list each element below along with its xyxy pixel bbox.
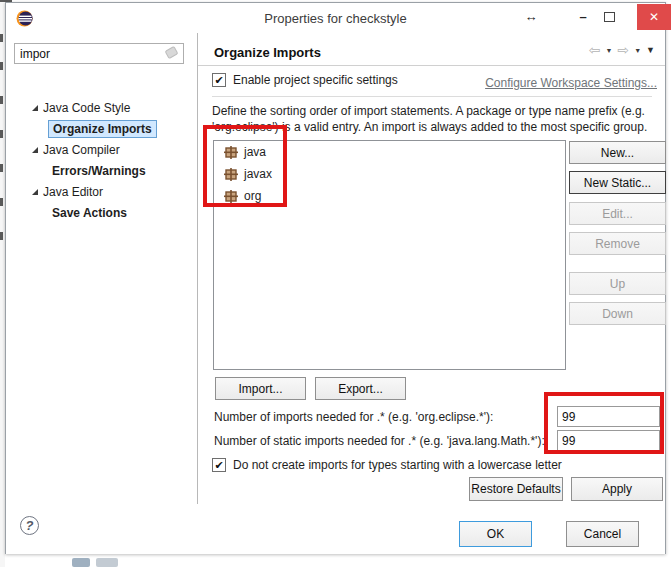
- expand-arrow-icon[interactable]: [30, 103, 40, 113]
- remove-button[interactable]: Remove: [569, 232, 666, 255]
- tree-item-label[interactable]: Errors/Warnings: [52, 164, 146, 178]
- sidebar-item-errors-warnings[interactable]: Errors/Warnings: [52, 160, 146, 181]
- export-button[interactable]: Export...: [315, 377, 406, 400]
- enable-project-settings-row: ✔ Enable project specific settings: [212, 73, 398, 87]
- maximize-icon[interactable]: [604, 12, 615, 22]
- help-icon[interactable]: ?: [20, 516, 39, 535]
- cancel-button[interactable]: Cancel: [566, 521, 639, 547]
- configure-workspace-settings-link[interactable]: Configure Workspace Settings...: [485, 76, 657, 90]
- filter-input[interactable]: [14, 43, 184, 64]
- edit-button[interactable]: Edit...: [569, 202, 666, 225]
- sidebar-item-java-editor[interactable]: Java Editor: [30, 181, 103, 202]
- forward-dropdown-icon[interactable]: ▼: [634, 47, 641, 54]
- restore-defaults-button[interactable]: Restore Defaults: [469, 477, 563, 501]
- new-button[interactable]: New...: [569, 141, 666, 164]
- description-text: Define the sorting order of import state…: [212, 103, 664, 135]
- lowercase-types-label: Do not create imports for types starting…: [233, 458, 562, 472]
- window-title: Properties for checkstyle: [6, 11, 665, 26]
- close-icon[interactable]: ✕: [637, 4, 671, 30]
- back-arrow-icon[interactable]: ⇦: [589, 43, 601, 57]
- tree-item-label[interactable]: Java Compiler: [43, 143, 120, 157]
- list-item[interactable]: java: [214, 141, 565, 163]
- import-group-label[interactable]: java: [244, 145, 266, 159]
- ok-button[interactable]: OK: [459, 521, 532, 547]
- minimize-icon[interactable]: –: [573, 9, 593, 24]
- import-group-label[interactable]: org: [244, 189, 261, 203]
- package-icon: [224, 190, 238, 203]
- lowercase-types-checkbox[interactable]: ✔: [212, 458, 226, 472]
- background-window-fragment: [96, 558, 118, 567]
- back-dropdown-icon[interactable]: ▼: [605, 47, 612, 54]
- list-item[interactable]: javax: [214, 163, 565, 185]
- package-icon: [224, 146, 238, 159]
- enable-project-settings-label: Enable project specific settings: [233, 73, 398, 87]
- tree-item-label[interactable]: Organize Imports: [48, 120, 157, 138]
- sidebar-item-java-compiler[interactable]: Java Compiler: [30, 139, 120, 160]
- static-imports-needed-field[interactable]: [557, 430, 660, 451]
- title-bar[interactable]: Properties for checkstyle ↔ – ✕: [6, 3, 665, 33]
- tree-item-label[interactable]: Save Actions: [52, 206, 127, 220]
- down-button[interactable]: Down: [569, 302, 666, 325]
- import-order-list[interactable]: java javax org: [213, 140, 566, 370]
- up-button[interactable]: Up: [569, 272, 666, 295]
- forward-arrow-icon[interactable]: ⇨: [617, 43, 629, 57]
- imports-needed-field[interactable]: [557, 406, 660, 427]
- lowercase-types-row: ✔ Do not create imports for types starti…: [212, 458, 562, 472]
- static-imports-needed-label: Number of static imports needed for .* (…: [214, 434, 545, 448]
- new-static-button[interactable]: New Static...: [569, 171, 666, 194]
- import-button[interactable]: Import...: [215, 377, 306, 400]
- sidebar: Java Code Style Organize Imports Java Co…: [6, 33, 197, 504]
- sidebar-item-save-actions[interactable]: Save Actions: [52, 202, 127, 223]
- tree-item-label[interactable]: Java Editor: [43, 185, 103, 199]
- restore-size-icon[interactable]: ↔: [521, 9, 541, 24]
- background-window-fragment: [72, 558, 90, 567]
- page-nav: ⇦ ▼ ⇨ ▼ ▼: [589, 43, 655, 57]
- expand-arrow-icon[interactable]: [30, 145, 40, 155]
- list-item[interactable]: org: [214, 185, 565, 207]
- imports-needed-label: Number of imports needed for .* (e.g. 'o…: [214, 410, 493, 424]
- enable-project-settings-checkbox[interactable]: ✔: [212, 73, 226, 87]
- footer-bar: ? OK Cancel: [6, 504, 665, 554]
- import-group-label[interactable]: javax: [244, 167, 272, 181]
- divider: [212, 96, 652, 97]
- tree-item-label[interactable]: Java Code Style: [43, 101, 130, 115]
- view-menu-icon[interactable]: ▼: [646, 45, 655, 55]
- sidebar-item-organize-imports[interactable]: Organize Imports: [48, 118, 157, 139]
- sidebar-item-java-code-style[interactable]: Java Code Style: [30, 97, 130, 118]
- organize-imports-panel: Organize Imports ⇦ ▼ ⇨ ▼ ▼ ✔ Enable proj…: [198, 33, 665, 504]
- expand-arrow-icon[interactable]: [30, 187, 40, 197]
- page-title: Organize Imports: [214, 45, 321, 60]
- properties-dialog: Properties for checkstyle ↔ – ✕ Java Cod…: [5, 2, 666, 554]
- package-icon: [224, 168, 238, 181]
- divider: [198, 65, 665, 66]
- apply-button[interactable]: Apply: [571, 477, 663, 501]
